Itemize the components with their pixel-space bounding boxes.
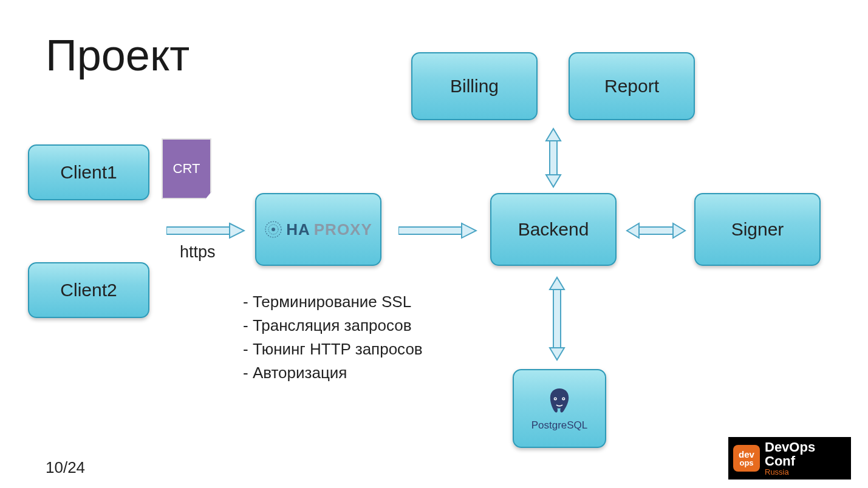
svg-marker-16	[546, 175, 561, 187]
svg-marker-13	[673, 223, 685, 238]
svg-marker-17	[550, 277, 564, 290]
bullet-3: Тюнинг HTTP запросов	[243, 337, 423, 361]
haproxy-icon	[264, 220, 282, 239]
crt-label: CRT	[173, 161, 200, 177]
svg-marker-11	[627, 223, 639, 238]
devops-badge: dev ops	[733, 445, 760, 472]
arrow-backend-postgres	[548, 276, 566, 361]
bullet-4: Авторизация	[243, 361, 423, 385]
svg-rect-7	[166, 227, 230, 234]
haproxy-proxy: PROXY	[314, 220, 372, 239]
label-billing: Billing	[450, 76, 499, 97]
https-label: https	[180, 243, 216, 262]
devops-badge-dev: dev	[739, 450, 754, 459]
label-signer: Signer	[731, 219, 784, 240]
svg-marker-19	[550, 348, 564, 360]
box-client2: Client2	[28, 262, 149, 318]
logo-line1: DevOps	[765, 440, 815, 454]
box-postgresql: PostgreSQL	[513, 369, 606, 448]
box-billing: Billing	[411, 52, 538, 120]
devops-badge-ops: ops	[739, 459, 753, 467]
bullet-1: Терминирование SSL	[243, 290, 423, 314]
svg-rect-18	[553, 290, 561, 348]
page-number: 10/24	[46, 458, 85, 477]
logo-line3: Russia	[765, 468, 815, 476]
label-postgresql: PostgreSQL	[531, 419, 588, 432]
arrow-backend-signer	[626, 222, 686, 240]
svg-point-5	[555, 398, 556, 399]
svg-rect-12	[639, 227, 673, 234]
arrow-clients-to-haproxy	[166, 222, 245, 240]
slide-title: Проект	[46, 30, 190, 80]
svg-rect-9	[398, 227, 462, 234]
svg-point-6	[563, 398, 564, 399]
label-client1: Client1	[60, 162, 117, 183]
postgresql-icon	[543, 385, 576, 418]
box-client1: Client1	[28, 144, 149, 200]
arrow-haproxy-to-backend	[398, 222, 477, 240]
label-backend: Backend	[518, 219, 589, 240]
svg-marker-14	[546, 129, 561, 141]
box-backend: Backend	[490, 193, 617, 266]
label-report: Report	[604, 76, 659, 97]
haproxy-logo: HAPROXY	[264, 220, 372, 239]
crt-badge: CRT	[162, 138, 211, 199]
svg-point-2	[272, 228, 275, 231]
devops-conf-logo: dev ops DevOps Conf Russia	[728, 437, 851, 480]
box-haproxy: HAPROXY	[255, 193, 381, 266]
haproxy-bullets: Терминирование SSL Трансляция запросов Т…	[243, 290, 423, 385]
arrow-backend-top	[544, 127, 562, 188]
svg-rect-15	[550, 141, 557, 175]
svg-marker-8	[230, 223, 244, 238]
box-report: Report	[569, 52, 695, 120]
label-client2: Client2	[60, 280, 117, 300]
slide: Проект Client1 CRT Client2 https HAPROXY…	[0, 0, 868, 488]
haproxy-ha: HA	[286, 220, 310, 239]
bullet-2: Трансляция запросов	[243, 314, 423, 337]
svg-marker-10	[462, 223, 476, 238]
logo-line2: Conf	[765, 454, 815, 468]
devops-conf-text: DevOps Conf Russia	[765, 440, 815, 476]
box-signer: Signer	[694, 193, 821, 266]
